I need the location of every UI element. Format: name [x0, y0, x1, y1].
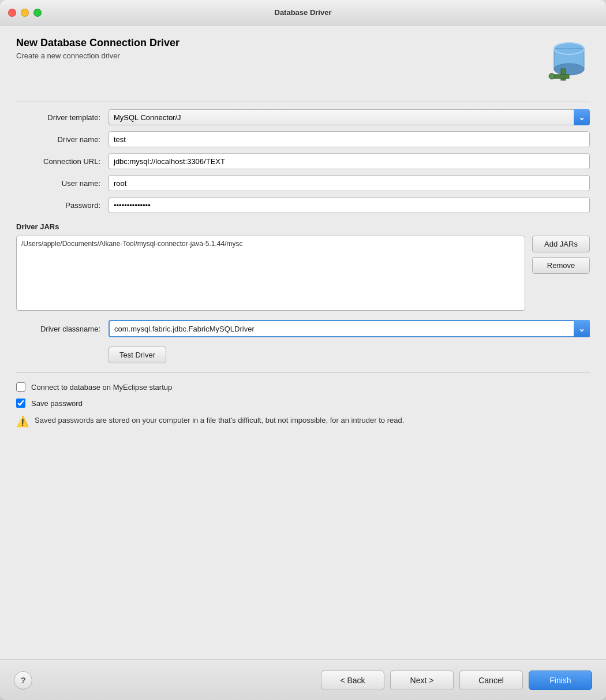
maximize-button[interactable]	[33, 9, 42, 17]
warning-text: Saved passwords are stored on your compu…	[35, 415, 404, 426]
header-divider	[16, 102, 590, 102]
warning-icon: ⚠️	[16, 415, 29, 428]
driver-name-input[interactable]	[109, 131, 590, 147]
minimize-button[interactable]	[21, 9, 29, 17]
jars-list[interactable]: /Users/apple/Documents/Alkane-Tool/mysql…	[16, 236, 525, 311]
user-name-label: User name:	[16, 179, 109, 188]
svg-point-6	[549, 73, 555, 79]
test-driver-row: Test Driver	[16, 347, 590, 363]
driver-template-wrapper[interactable]: MySQL Connector/J	[109, 109, 590, 125]
connection-url-input[interactable]	[109, 153, 590, 169]
user-name-row: User name:	[16, 175, 590, 191]
header-text: New Database Connection Driver Create a …	[16, 37, 179, 60]
help-button[interactable]: ?	[14, 671, 32, 690]
close-button[interactable]	[8, 9, 16, 17]
cancel-button[interactable]: Cancel	[459, 671, 523, 690]
finish-button[interactable]: Finish	[529, 671, 592, 690]
jars-label: Driver JARs	[16, 222, 590, 231]
classname-select-wrapper[interactable]: com.mysql.fabric.jdbc.FabricMySQLDriver	[109, 320, 590, 337]
save-password-checkbox[interactable]	[16, 399, 25, 408]
header-section: New Database Connection Driver Create a …	[16, 37, 590, 83]
connect-startup-checkbox[interactable]	[16, 382, 25, 392]
password-label: Password:	[16, 201, 109, 210]
classname-label: Driver classname:	[16, 325, 109, 333]
connection-url-row: Connection URL:	[16, 153, 590, 169]
svg-point-2	[554, 64, 584, 75]
add-jars-button[interactable]: Add JARs	[532, 236, 590, 252]
driver-template-label: Driver template:	[16, 113, 109, 122]
classname-section: Driver classname: com.mysql.fabric.jdbc.…	[16, 320, 590, 337]
driver-name-row: Driver name:	[16, 131, 590, 147]
jars-section: Driver JARs /Users/apple/Documents/Alkan…	[16, 222, 590, 311]
connect-on-startup-row: Connect to database on MyEclipse startup	[16, 382, 590, 392]
database-icon	[544, 37, 590, 83]
window-title: Database Driver	[275, 8, 332, 17]
test-driver-button[interactable]: Test Driver	[109, 347, 166, 363]
user-name-input[interactable]	[109, 175, 590, 191]
save-password-label[interactable]: Save password	[31, 399, 83, 408]
warning-row: ⚠️ Saved passwords are stored on your co…	[16, 415, 590, 428]
jars-buttons: Add JARs Remove	[532, 236, 590, 274]
classname-row: Driver classname: com.mysql.fabric.jdbc.…	[16, 320, 590, 337]
classname-select[interactable]: com.mysql.fabric.jdbc.FabricMySQLDriver	[109, 320, 590, 337]
driver-name-label: Driver name:	[16, 135, 109, 144]
back-button[interactable]: < Back	[321, 671, 384, 690]
connect-startup-label[interactable]: Connect to database on MyEclipse startup	[31, 383, 172, 392]
jars-area: /Users/apple/Documents/Alkane-Tool/mysql…	[16, 236, 590, 311]
jar-path: /Users/apple/Documents/Alkane-Tool/mysql…	[21, 240, 243, 248]
remove-jar-button[interactable]: Remove	[532, 257, 590, 274]
bottom-bar: ? < Back Next > Cancel Finish	[0, 660, 606, 700]
traffic-lights	[8, 9, 42, 17]
password-row: Password:	[16, 197, 590, 213]
options-section: Connect to database on MyEclipse startup…	[16, 373, 590, 428]
connection-url-label: Connection URL:	[16, 157, 109, 166]
save-password-row: Save password	[16, 399, 590, 408]
page-title: New Database Connection Driver	[16, 37, 179, 49]
driver-template-select[interactable]: MySQL Connector/J	[109, 109, 590, 125]
bottom-nav-buttons: < Back Next > Cancel Finish	[321, 671, 592, 690]
form-section: Driver template: MySQL Connector/J Drive…	[16, 109, 590, 213]
page-subtitle: Create a new connection driver	[16, 51, 179, 60]
titlebar: Database Driver	[0, 0, 606, 25]
password-input[interactable]	[109, 197, 590, 213]
next-button[interactable]: Next >	[390, 671, 454, 690]
driver-template-row: Driver template: MySQL Connector/J	[16, 109, 590, 125]
